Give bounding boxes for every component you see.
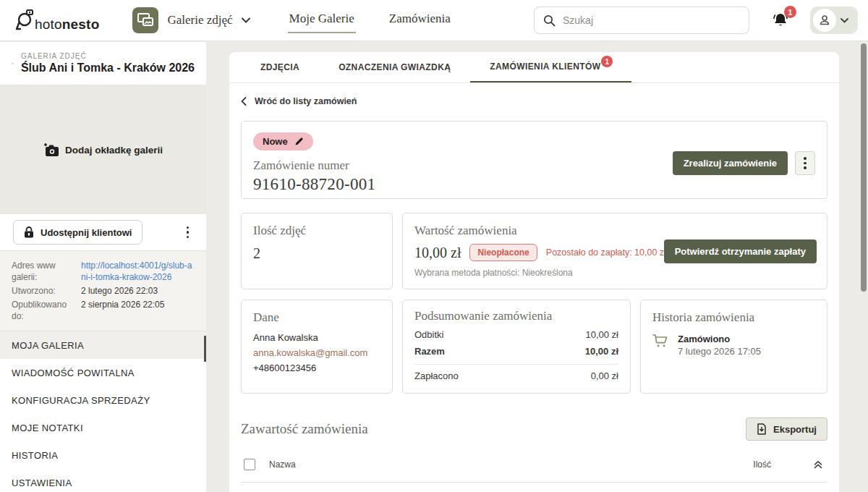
gallery-cover-area[interactable]: Dodaj okładkę galerii [0,85,206,214]
photo-count-title: Ilość zdjęć [253,224,380,238]
main-panel: ZDJĘCIA OZNACZENIA GWIAZDKĄ ZAMÓWIENIA K… [229,52,839,492]
sidebar-item-wiadomosc-powitalna[interactable]: WIADOMOŚĆ POWITALNA [0,359,206,386]
search-box[interactable] [534,7,749,34]
gallery-info: Adres www galerii: http://localhost:4001… [0,250,206,331]
order-status-badge[interactable]: Nowe [253,132,313,150]
gallery-url-link[interactable]: http://localhost:4001/g/slub-ani-i-tomka… [81,260,195,283]
notification-badge: 1 [784,6,796,18]
fulfill-order-button[interactable]: Zrealizuj zamówienie [673,151,788,175]
payment-method: Wybrana metoda płatności: Nieokreślona [414,268,815,278]
search-icon [543,14,556,27]
history-date: 7 lutego 2026 17:05 [678,346,761,357]
app-switcher-label: Galerie zdjęć [167,13,232,27]
customer-title: Dane [253,310,380,325]
export-file-icon [757,423,767,435]
gallery-url-label: Adres www galerii: [12,260,81,283]
app-logo[interactable]: hotonesto [13,8,99,33]
sidebar-item-moje-notatki[interactable]: MOJE NOTATKI [0,414,206,441]
share-with-client-button[interactable]: Udostępnij klientowi [13,220,142,245]
history-event: Zamówiono [678,334,761,344]
app-switcher[interactable]: Galerie zdjęć [132,7,250,33]
photo-count-value: 2 [253,245,380,262]
unpaid-badge: Nieopłacone [469,244,537,261]
export-button[interactable]: Eksportuj [746,417,827,441]
gallery-more-menu[interactable] [182,224,194,242]
order-number: 91610-88720-001 [253,175,815,194]
sidebar-menu: MOJA GALERIA WIADOMOŚĆ POWITALNA KONFIGU… [0,331,206,492]
orders-tab-badge: 1 [601,56,613,67]
sidebar-item-konfiguracja-sprzedazy[interactable]: KONFIGURACJA SPRZEDAŻY [0,386,206,414]
notifications-button[interactable]: 1 [773,12,788,29]
share-row: Udostępnij klientowi [0,214,206,250]
gallery-header: GALERIA ZDJĘĆ Ślub Ani i Tomka - Kraków … [0,42,206,85]
logo-text: hotonesto [35,17,99,33]
avatar [813,9,836,32]
chevron-left-icon [241,97,247,106]
confirm-payment-button[interactable]: Potwierdź otrzymanie zapłaty [664,239,817,263]
photo-count-card: Ilość zdjęć 2 [241,213,393,289]
sidebar-item-moja-galeria[interactable]: MOJA GALERIA [0,331,206,359]
tab-zamowienia-klientow[interactable]: ZAMÓWIENIA KLIENTÓW 1 [470,52,631,82]
top-nav: Moje Galerie Zamówienia [288,7,452,33]
main-scrollbar[interactable] [861,43,867,292]
add-cover-label: Dodaj okładkę galerii [65,145,163,156]
order-more-menu[interactable] [795,151,815,175]
column-qty: Ilość [753,459,771,470]
edit-pencil-icon [294,137,304,146]
kebab-icon [804,157,807,169]
remaining-amount: Pozostało do zapłaty: 10,00 zł [546,247,666,258]
search-input[interactable] [563,14,729,26]
created-label: Utworzono: [12,285,81,297]
back-to-orders-link[interactable]: Wróć do listy zamówień [241,96,357,106]
published-value: 2 sierpnia 2026 22:05 [81,299,164,322]
tab-zdjecia[interactable]: ZDJĘCIA [241,52,319,82]
add-cover-camera-icon [43,143,59,157]
order-history-card: Historia zamówienia Zamówiono 7 lutego 2… [640,300,827,394]
top-header: hotonesto Galerie zdjęć Moje Galerie Zam… [0,0,868,41]
summary-row-prints: Odbitki 10,00 zł [414,329,618,340]
tab-oznaczenia-gwiazdka[interactable]: OZNACZENIA GWIAZDKĄ [319,52,470,82]
customer-card: Dane Anna Kowalska anna.kowalska@gmail.c… [241,300,393,394]
person-icon [818,14,831,27]
gallery-tabs: ZDJĘCIA OZNACZENIA GWIAZDKĄ ZAMÓWIENIA K… [229,52,839,83]
photonesto-logo-icon [13,8,35,33]
gallery-sidebar: GALERIA ZDJĘĆ Ślub Ani i Tomka - Kraków … [0,42,206,492]
gallery-title: Ślub Ani i Tomka - Kraków 2026 [21,62,195,75]
nav-my-galleries[interactable]: Moje Galerie [288,7,356,33]
sidebar-scrollbar[interactable] [204,336,206,362]
gallery-type-label: GALERIA ZDJĘĆ [21,52,195,60]
user-menu[interactable] [810,7,858,34]
lock-icon [24,226,34,238]
summary-row-total: Razem 10,00 zł [414,346,618,357]
galleries-app-icon [132,7,158,33]
sidebar-item-historia[interactable]: HISTORIA [0,441,206,469]
sidebar-item-ustawienia[interactable]: USTAWIENIA [0,469,206,492]
order-contents-title: Zawartość zamówienia [241,421,368,437]
history-title: Historia zamówienia [652,310,815,325]
summary-row-paid: Zapłacono 0,00 zł [414,370,618,381]
gallery-icon [12,56,14,72]
chevron-down-icon [242,17,250,23]
cart-icon [652,334,668,348]
created-value: 2 lutego 2026 22:03 [81,285,158,297]
order-value-card: Wartość zamówienia 10,00 zł Nieopłacone … [402,213,827,289]
order-value-title: Wartość zamówienia [414,224,815,238]
summary-divider [414,364,618,365]
order-header-card: Nowe Zamówienie numer 91610-88720-001 Zr… [241,121,827,199]
summary-title: Podsumowanie zamówienia [414,309,618,323]
select-all-checkbox[interactable] [244,459,255,470]
published-label: Opublikowano do: [12,299,81,322]
collapse-section-icon[interactable] [813,459,823,470]
customer-email[interactable]: anna.kowalska@gmail.com [253,347,380,358]
nav-orders[interactable]: Zamówienia [388,7,452,33]
order-summary-card: Podsumowanie zamówienia Odbitki 10,00 zł… [402,300,631,394]
order-amount: 10,00 zł [414,245,461,261]
contents-table-header: Nazwa Ilość [241,459,827,483]
chevron-down-icon [841,18,848,23]
customer-name: Anna Kowalska [253,332,380,343]
customer-phone: +48600123456 [253,362,380,373]
column-name: Nazwa [269,459,296,470]
